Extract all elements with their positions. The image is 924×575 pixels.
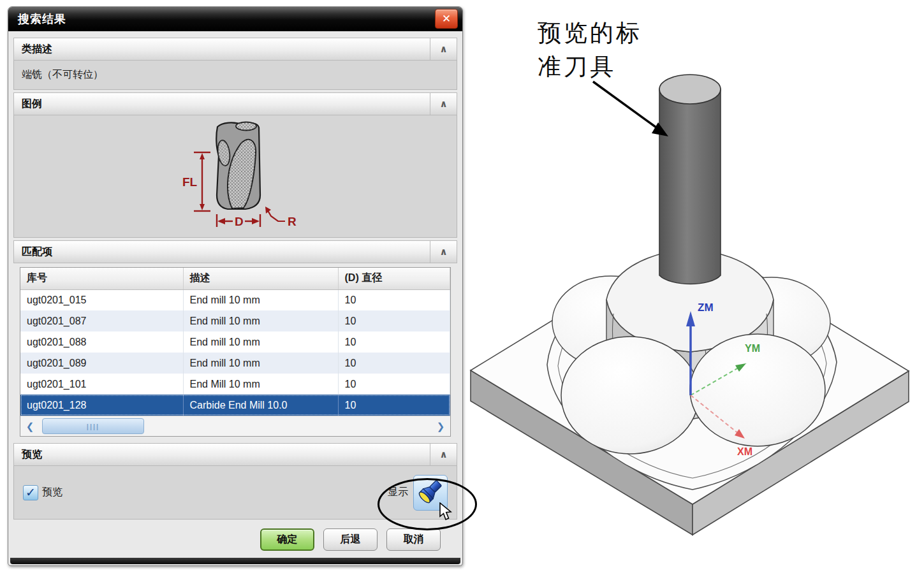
table-cell: End mill 10 mm [183,289,338,310]
table-cell: End mill 10 mm [183,353,338,374]
table-row[interactable]: ugt0201_128Carbide End Mill 10.010 [20,395,450,416]
display-label: 显示 [388,486,408,499]
column-header-library-number[interactable]: 库号 [20,268,183,289]
table-cell: 10 [338,374,450,395]
display-tool-button[interactable] [413,475,448,511]
scroll-left-icon: ❮ [26,421,34,432]
section-title: 类描述 [14,38,430,60]
table-row[interactable]: ugt0201_087End mill 10 mm10 [20,310,450,331]
table-cell: 10 [338,395,450,416]
section-title: 匹配项 [14,241,430,263]
checkmark-icon: ✓ [26,485,36,500]
table-cell: 10 [338,289,450,310]
preview-checkbox[interactable]: ✓ [23,485,38,500]
table-cell: Carbide End Mill 10.0 [183,395,338,416]
table-cell: ugt0201_088 [20,331,183,353]
matches-tbody: ugt0201_015End mill 10 mm10ugt0201_087En… [20,289,450,416]
dialog-body: 类描述 ∧ 端铣（不可转位） 图例 ∧ [8,31,462,551]
dialog-title: 搜索结果 [8,11,66,27]
table-cell: End Mill 10 mm [183,374,338,395]
table-row[interactable]: ugt0201_015End mill 10 mm10 [20,289,450,310]
table-cell: ugt0201_087 [20,310,183,331]
table-row[interactable]: ugt0201_101End Mill 10 mm10 [20,374,450,395]
section-header-preview[interactable]: 预览 ∧ [13,443,457,466]
table-cell: 10 [338,353,450,374]
display-group: 显示 [388,475,448,511]
flashlight-icon [416,478,444,507]
end-mill-diagram: FL D R [156,117,315,236]
preview-checkbox-label: 预览 [42,486,62,499]
thumb-grip-icon: |||| [87,423,99,430]
table-cell: ugt0201_128 [20,395,183,416]
fl-label: FL [182,175,198,189]
front-left-dome [561,337,699,454]
table-cell: End mill 10 mm [183,331,338,353]
xm-axis-label: XM [737,446,752,457]
cancel-button[interactable]: 取消 [386,528,441,551]
tool-top-flute-hatch [236,122,256,130]
table-cell: End mill 10 mm [183,310,338,331]
table-cell: ugt0201_089 [20,353,183,374]
tool-cylinder [659,75,721,284]
annotation-arrow [593,82,668,136]
dialog-bottom-strip [10,558,460,564]
model-3d-viewport[interactable]: ZM YM XM [446,0,924,575]
table-row[interactable]: ugt0201_089End mill 10 mm10 [20,353,450,374]
table-cell: ugt0201_101 [20,374,183,395]
table-row[interactable]: ugt0201_088End mill 10 mm10 [20,331,450,353]
section-title: 图例 [14,93,430,115]
section-header-matches[interactable]: 匹配项 ∧ [13,240,457,263]
ym-axis-label: YM [745,343,760,354]
annotation-line-2: 准刀具 [538,50,671,84]
r-label: R [288,215,297,228]
section-title: 预览 [14,444,430,465]
section-header-legend[interactable]: 图例 ∧ [13,92,457,115]
dialog-titlebar[interactable]: 搜索结果 ✕ [8,7,462,31]
column-header-diameter[interactable]: (D) 直径 [338,268,450,289]
stage: 搜索结果 ✕ 类描述 ∧ 端铣（不可转位） 图例 ∧ [0,0,924,575]
scroll-left-button[interactable]: ❮ [20,416,40,436]
legend-panel: FL D R [13,115,457,238]
scrollbar-track[interactable]: |||| [40,416,431,436]
dialog-button-row: 确定 后退 取消 [13,528,441,551]
annotation-line-1: 预览的标 [538,17,671,50]
ok-button[interactable]: 确定 [260,528,314,551]
preview-panel: ✓ 预览 显示 [13,466,457,520]
section-header-class-description[interactable]: 类描述 ∧ [13,38,457,61]
zm-axis-label: ZM [698,302,714,314]
scroll-right-icon: ❯ [437,421,445,432]
table-cell: 10 [338,331,450,353]
annotation-text: 预览的标 准刀具 [538,17,671,84]
table-cell: ugt0201_015 [20,289,183,310]
class-description-value: 端铣（不可转位） [13,61,457,90]
search-results-dialog: 搜索结果 ✕ 类描述 ∧ 端铣（不可转位） 图例 ∧ [8,6,463,566]
horizontal-scrollbar[interactable]: ❮ |||| ❯ [20,416,450,436]
d-label: D [235,215,244,228]
column-header-description[interactable]: 描述 [183,268,338,289]
back-button[interactable]: 后退 [323,528,378,551]
table-header-row: 库号 描述 (D) 直径 [20,268,450,289]
table-cell: 10 [338,310,450,331]
scrollbar-thumb[interactable]: |||| [42,418,144,434]
matches-table: 库号 描述 (D) 直径 ugt0201_015End mill 10 mm10… [20,267,451,437]
